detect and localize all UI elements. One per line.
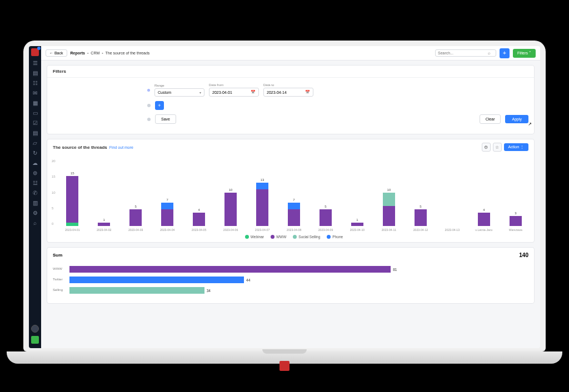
sum-bar-row: WWW81 — [69, 266, 528, 273]
user-avatar[interactable] — [31, 325, 39, 333]
bar-value-label: 5 — [325, 205, 326, 208]
save-button[interactable]: Save — [155, 114, 176, 124]
star-icon[interactable]: ☆ — [493, 143, 502, 152]
bar-value-label: 5 — [135, 205, 137, 208]
clear-button[interactable]: Clear — [480, 114, 501, 124]
sum-title: Sum — [53, 253, 62, 258]
legend-swatch — [327, 235, 331, 239]
folders-icon[interactable]: ▭ — [32, 109, 38, 116]
chat-icon[interactable]: ☳ — [32, 179, 38, 186]
x-tick-label: u.Letnia-Jacu — [475, 228, 494, 232]
dashboard-icon[interactable]: ☰ — [32, 59, 38, 66]
filters-card: Filters Range Custom ▾ — [47, 65, 535, 134]
x-tick-label: 2023-04-06 — [221, 228, 241, 232]
calendar-icon[interactable]: ▦ — [32, 99, 38, 106]
legend-label: Social Selling — [298, 235, 320, 239]
legend-item[interactable]: Social Selling — [293, 235, 320, 239]
range-select[interactable]: Custom ▾ — [154, 88, 204, 97]
date-from-input[interactable]: 2023-04-01 📅 — [209, 88, 259, 97]
help-button[interactable] — [31, 336, 39, 344]
legend-item[interactable]: Webinar — [245, 235, 264, 239]
back-button[interactable]: ← Back — [46, 49, 67, 57]
legend-item[interactable]: Phone — [327, 235, 343, 239]
breadcrumb-level2: The source of the threads — [106, 51, 150, 55]
x-tick-label: 2023-04-08 — [284, 228, 304, 232]
cloud-icon[interactable]: ☁ — [32, 159, 38, 166]
bar-column: 7 — [158, 198, 177, 226]
bar-column: 1 — [94, 218, 114, 226]
report-icon[interactable]: ▥ — [32, 199, 38, 206]
bar-segment-www — [383, 206, 395, 226]
chart-icon[interactable]: ▤ — [32, 69, 38, 76]
bar-column: 10 — [380, 188, 399, 226]
topbar: ← Back Reports • CRM • The source of the… — [41, 46, 540, 61]
legend-swatch — [271, 235, 274, 239]
gear-icon[interactable]: ⚙ — [482, 143, 491, 152]
filters-toggle-button[interactable]: Filters ˅ — [513, 49, 536, 58]
sum-bar-label: WWW — [53, 267, 62, 270]
date-from-value: 2023-04-01 — [212, 91, 232, 94]
notification-dot — [37, 47, 41, 50]
bar-segment-phone — [288, 203, 300, 209]
bar-chart: 20151050 151574101375110543 2023-04-0120… — [47, 155, 534, 242]
bar-segment-webinar — [66, 223, 78, 226]
x-tick-label: 2023-04-11 — [380, 228, 399, 232]
bar-column: 4 — [475, 208, 494, 226]
bar-segment-www — [478, 213, 490, 226]
sum-bar-label: Twitter — [53, 278, 63, 281]
clipboard-icon[interactable]: ▤ — [32, 129, 38, 136]
sum-bar-fill — [69, 277, 244, 283]
bar-value-label: 10 — [229, 188, 233, 192]
add-button[interactable]: + — [500, 48, 510, 58]
settings-icon[interactable]: ⚙ — [32, 209, 38, 216]
bar-value-label: 3 — [515, 212, 516, 215]
search-box[interactable]: ⌕ — [435, 49, 496, 57]
breadcrumb-level1[interactable]: CRM — [91, 51, 99, 55]
x-tick-label: 2023-04-07 — [253, 228, 272, 232]
bar-segment-phone — [161, 203, 173, 209]
bar-column: 15 — [63, 172, 82, 226]
x-tick-label: Warszawa — [506, 228, 526, 232]
bar-segment-social-selling — [383, 193, 395, 206]
bar-column: 13 — [253, 178, 272, 226]
bar-segment-www — [66, 176, 78, 223]
search-input[interactable] — [438, 51, 488, 55]
tag-icon[interactable]: ▱ — [32, 139, 38, 146]
chart-action-menu[interactable]: Action ⋮ — [504, 143, 528, 151]
bar-segment-www — [351, 223, 363, 226]
legend-item[interactable]: WWW — [271, 235, 286, 239]
contacts-icon[interactable]: ☷ — [32, 79, 38, 86]
mail-icon[interactable]: ✉ — [32, 89, 38, 96]
search-icon: ⌕ — [488, 51, 491, 56]
bar-column: 5 — [316, 205, 336, 226]
app-logo[interactable] — [31, 48, 39, 56]
breadcrumb: Reports • CRM • The source of the thread… — [71, 51, 150, 55]
legend-label: Phone — [332, 235, 343, 239]
x-tick-label: 2023-04-12 — [411, 228, 431, 232]
sum-bar-label: Selling — [53, 288, 63, 292]
date-to-input[interactable]: 2023-04-14 📅 — [263, 88, 313, 97]
bar-column: 10 — [221, 188, 241, 226]
step-dot-1 — [147, 89, 150, 92]
globe-icon[interactable]: ⊚ — [32, 169, 38, 176]
bar-value-label: 5 — [420, 205, 421, 208]
refresh-icon[interactable]: ↻ — [32, 149, 38, 156]
add-filter-button[interactable]: + — [155, 101, 164, 110]
find-out-more-link[interactable]: Find out more — [109, 145, 133, 149]
apply-button[interactable]: Apply — [505, 115, 528, 123]
footer-logo — [279, 361, 290, 371]
bar-column: 5 — [126, 205, 146, 226]
search-icon[interactable]: ⌕ — [32, 219, 38, 226]
range-label: Range — [154, 84, 204, 87]
legend-swatch — [245, 235, 249, 239]
bar-segment-www — [320, 209, 332, 226]
bar-column: 1 — [348, 218, 367, 226]
date-to-label: Data to — [263, 83, 313, 87]
breadcrumb-root[interactable]: Reports — [71, 51, 85, 55]
bar-value-label: 15 — [71, 172, 74, 175]
legend-label: WWW — [276, 235, 286, 239]
phone-icon[interactable]: ✆ — [32, 189, 38, 196]
sum-bar-value: 44 — [246, 278, 250, 282]
bar-value-label: 13 — [261, 178, 264, 182]
tasks-icon[interactable]: ☑ — [32, 119, 38, 126]
